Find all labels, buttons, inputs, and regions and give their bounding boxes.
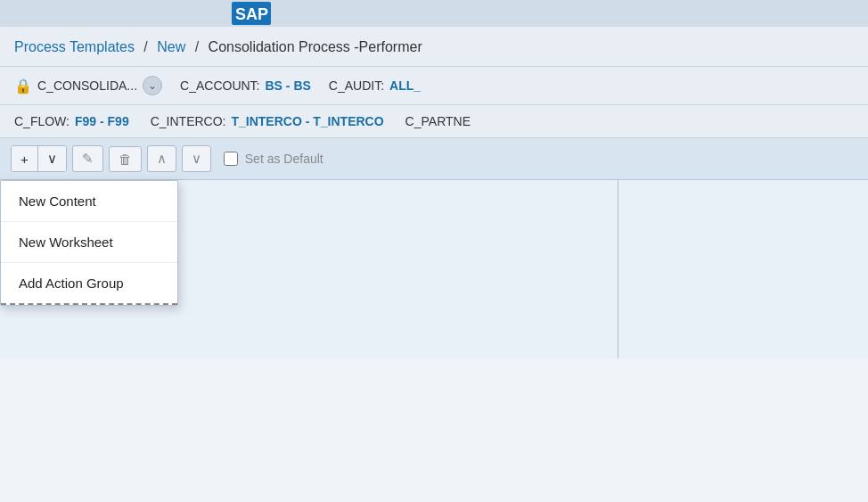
delete-icon: 🗑 xyxy=(119,152,132,167)
c-account-label: C_ACCOUNT: xyxy=(180,78,259,93)
filter-c-interco: C_INTERCO: T_INTERCO - T_INTERCO xyxy=(151,114,384,128)
breadcrumb-new[interactable]: New xyxy=(157,39,185,54)
logo-bar: SAP xyxy=(0,0,868,27)
filter-bar-1: 🔒 C_CONSOLIDА... ⌄ C_ACCOUNT: BS - BS C_… xyxy=(0,67,868,105)
up-icon: ∧ xyxy=(157,151,167,167)
filter-c-partner: C_PARTNE xyxy=(405,114,471,128)
filter-dropdown-btn[interactable]: ⌄ xyxy=(143,76,162,95)
filter-c-audit: C_AUDIT: ALL_ xyxy=(329,78,421,93)
delete-button[interactable]: 🗑 xyxy=(109,146,142,172)
move-up-button[interactable]: ∧ xyxy=(147,145,176,172)
menu-item-new-content[interactable]: New Content xyxy=(1,181,177,222)
dropdown-menu: New Content New Worksheet Add Action Gro… xyxy=(0,180,178,306)
c-audit-label: C_AUDIT: xyxy=(329,78,384,93)
c-flow-value: F99 - F99 xyxy=(75,114,129,128)
down-icon: ∨ xyxy=(192,151,201,167)
breadcrumb-sep1: / xyxy=(143,39,147,54)
c-audit-value: ALL_ xyxy=(389,78,421,93)
sap-logo: SAP xyxy=(232,2,271,25)
set-default-label: Set as Default xyxy=(245,152,323,166)
chevron-down-icon: ⌄ xyxy=(148,79,157,92)
menu-item-new-worksheet[interactable]: New Worksheet xyxy=(1,222,177,263)
set-default-checkbox[interactable] xyxy=(224,152,238,166)
breadcrumb-sep2: / xyxy=(195,39,199,54)
c-flow-label: C_FLOW: xyxy=(14,114,70,128)
filter-consolidate-value: C_CONSOLIDА... xyxy=(37,78,137,93)
lock-icon: 🔒 xyxy=(14,78,32,95)
content-area: New Content New Worksheet Add Action Gro… xyxy=(0,180,868,358)
toolbar: + ∨ ✎ 🗑 ∧ ∨ Set as Default xyxy=(0,138,868,180)
menu-item-add-action-group[interactable]: Add Action Group xyxy=(1,263,177,305)
svg-text:SAP: SAP xyxy=(235,5,268,23)
add-btn-group: + ∨ xyxy=(11,145,67,172)
panel-divider xyxy=(618,180,618,358)
c-partner-label: C_PARTNE xyxy=(405,114,471,128)
filter-c-flow: C_FLOW: F99 - F99 xyxy=(14,114,129,128)
filter-c-account: C_ACCOUNT: BS - BS xyxy=(180,78,311,93)
set-default-area: Set as Default xyxy=(224,152,323,166)
edit-icon: ✎ xyxy=(82,151,94,167)
c-account-value: BS - BS xyxy=(266,78,311,93)
breadcrumb-process-templates[interactable]: Process Templates xyxy=(14,39,135,54)
edit-button[interactable]: ✎ xyxy=(72,145,103,172)
move-down-button[interactable]: ∨ xyxy=(182,145,211,172)
filter-bar-2: C_FLOW: F99 - F99 C_INTERCO: T_INTERCO -… xyxy=(0,105,868,138)
breadcrumb: Process Templates / New / Consolidation … xyxy=(14,39,422,54)
filter-consolidate: 🔒 C_CONSOLIDА... ⌄ xyxy=(14,76,162,95)
c-interco-value: T_INTERCO - T_INTERCO xyxy=(231,114,383,128)
add-dropdown-arrow[interactable]: ∨ xyxy=(38,146,66,171)
add-button[interactable]: + xyxy=(12,146,38,171)
breadcrumb-current: Consolidation Process -Performer xyxy=(209,39,422,54)
c-interco-label: C_INTERCO: xyxy=(151,114,226,128)
breadcrumb-bar: Process Templates / New / Consolidation … xyxy=(0,27,868,67)
